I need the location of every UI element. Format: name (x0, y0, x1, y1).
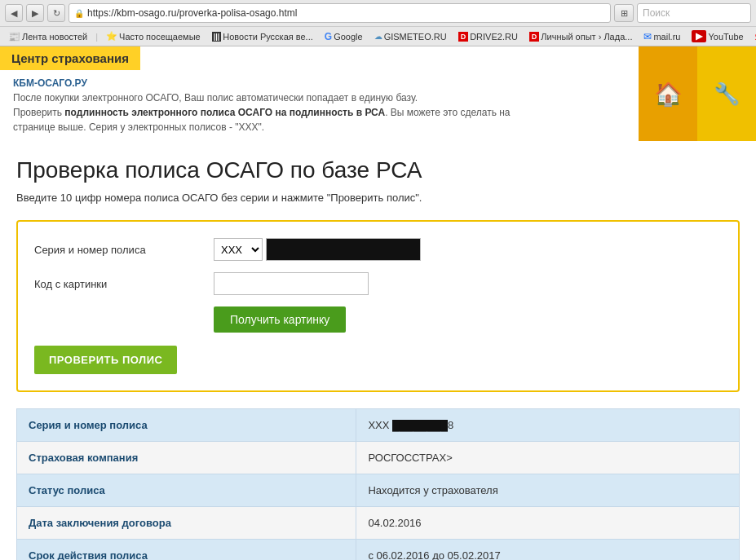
lock-icon: 🔒 (74, 9, 84, 18)
policy-number-input[interactable] (266, 238, 421, 261)
table-row: Серия и номер полиса ХХХ ████████8 (17, 409, 740, 442)
desc-line2: Проверить подлинность электронного полис… (13, 107, 511, 118)
search-bar[interactable]: Поиск (637, 3, 751, 23)
result-value-2: Находится у страхователя (356, 474, 740, 507)
captcha-btn-area: Получить картинку (214, 306, 722, 333)
results-table: Серия и номер полиса ХХХ ████████8 Страх… (16, 408, 740, 560)
result-value-1: РОСГОССТРАХ> (356, 442, 740, 474)
bookmark-label: Новости Русская ве... (223, 32, 313, 42)
desc-bold: подлинность электронного полиса ОСАГО на… (64, 107, 385, 118)
page-wrapper: Центр страхования КБМ-ОСАГО.РУ После пок… (0, 46, 756, 560)
main-content: Проверка полиса ОСАГО по базе РСА Введит… (0, 141, 756, 560)
bookmark-label: Google (334, 32, 362, 42)
table-row: Срок действия полиса с 06.02.2016 до 05.… (17, 540, 740, 561)
table-row: Дата заключения договора 04.02.2016 (17, 507, 740, 540)
forward-button[interactable]: ▶ (26, 4, 44, 22)
page-title: Проверка полиса ОСАГО по базе РСА (16, 157, 740, 183)
page-subtitle: Введите 10 цифр номера полиса ОСАГО без … (16, 192, 740, 204)
series-input-group: ХХХ ЕЕЕ КНК МММ (214, 238, 421, 261)
bookmark-drive2[interactable]: D DRIVE2.RU (455, 30, 521, 43)
result-label-4: Срок действия полиса (17, 540, 356, 561)
bookmark-lichniy[interactable]: D Личный опыт › Лада... (526, 30, 636, 43)
tool-button[interactable]: 🔧 (697, 46, 756, 141)
series-label: Серия и номер полиса (34, 244, 214, 256)
bookmark-youtube[interactable]: ▶ YouTube (688, 29, 746, 44)
bookmark-google[interactable]: G Google (321, 29, 366, 44)
bookmark-label: Лента новостей (22, 32, 87, 42)
bookmark-news-feed[interactable]: 📰 Лента новостей (5, 29, 91, 44)
bookmark-novosti[interactable]: ||| Новости Русская ве... (209, 30, 316, 43)
get-captcha-button[interactable]: Получить картинку (214, 306, 346, 333)
series-row: Серия и номер полиса ХХХ ЕЕЕ КНК МММ (34, 238, 722, 261)
bookmark-label: YouTube (708, 32, 743, 42)
bookmark-yandex[interactable]: Я Я... (752, 30, 756, 43)
desc-line3: странице выше. Серия у электронных полис… (13, 121, 264, 133)
address-bar[interactable]: 🔒 https://kbm-osago.ru/proverka-polisa-o… (69, 3, 611, 23)
bookmark-gismeteo[interactable]: ☁ GISMETEO.RU (371, 30, 450, 43)
site-logo: КБМ-ОСАГО.РУ (13, 77, 626, 89)
home-icon: 🏠 (654, 81, 683, 108)
result-label-3: Дата заключения договора (17, 507, 356, 540)
header-top: Центр страхования КБМ-ОСАГО.РУ После пок… (0, 46, 756, 141)
url-text: https://kbm-osago.ru/proverka-polisa-osa… (87, 7, 297, 19)
check-btn-area: Проверить полис (34, 346, 722, 374)
bookmarks-bar: 📰 Лента новостей | ⭐ Часто посещаемые ||… (0, 26, 756, 46)
bookmark-label: DRIVE2.RU (470, 32, 518, 42)
bookmark-label: Часто посещаемые (119, 32, 201, 42)
desc-line1: После покупки электронного ОСАГО, Ваш по… (13, 92, 418, 104)
result-value-0: ХХХ ████████8 (356, 409, 740, 442)
table-row: Статус полиса Находится у страхователя (17, 474, 740, 507)
policy-form: Серия и номер полиса ХХХ ЕЕЕ КНК МММ Код… (16, 220, 740, 392)
result-label-0: Серия и номер полиса (17, 409, 356, 442)
captcha-row: Код с картинки (34, 272, 722, 295)
captcha-label: Код с картинки (34, 278, 214, 290)
youtube-icon: ▶ (692, 30, 706, 42)
bookmark-label: Личный опыт › Лада... (541, 32, 632, 42)
home-button[interactable]: 🏠 (639, 46, 697, 141)
refresh-button[interactable]: ↻ (47, 4, 65, 22)
results-tbody: Серия и номер полиса ХХХ ████████8 Страх… (17, 409, 740, 561)
tab-icon-button[interactable]: ⊞ (614, 4, 634, 22)
search-placeholder: Поиск (643, 7, 670, 19)
series-select[interactable]: ХХХ ЕЕЕ КНК МММ (214, 238, 263, 261)
tool-icon: 🔧 (714, 82, 740, 107)
table-row: Страховая компания РОСГОССТРАХ> (17, 442, 740, 474)
header-description: После покупки электронного ОСАГО, Ваш по… (13, 90, 626, 134)
browser-chrome: ◀ ▶ ↻ 🔒 https://kbm-osago.ru/proverka-po… (0, 0, 756, 46)
captcha-input[interactable] (214, 272, 369, 295)
header-overlay: Центр страхования (0, 46, 140, 70)
back-button[interactable]: ◀ (5, 4, 23, 22)
header-logo-area: Центр страхования КБМ-ОСАГО.РУ После пок… (0, 46, 639, 141)
result-value-4: с 06.02.2016 до 05.02.2017 (356, 540, 740, 561)
overlay-text: Центр страхования (11, 51, 129, 65)
bookmark-label: mail.ru (653, 32, 680, 42)
bookmark-frequent[interactable]: ⭐ Часто посещаемые (103, 29, 204, 43)
result-label-2: Статус полиса (17, 474, 356, 507)
page-header: Центр страхования КБМ-ОСАГО.РУ После пок… (0, 46, 756, 141)
result-value-3: 04.02.2016 (356, 507, 740, 540)
browser-titlebar: ◀ ▶ ↻ 🔒 https://kbm-osago.ru/proverka-po… (0, 0, 756, 26)
check-policy-button[interactable]: Проверить полис (34, 346, 177, 374)
result-label-1: Страховая компания (17, 442, 356, 474)
bookmark-mail[interactable]: ✉ mail.ru (640, 29, 683, 44)
header-buttons: 🏠 🔧 (639, 46, 756, 141)
bookmark-label: GISMETEO.RU (384, 32, 447, 42)
